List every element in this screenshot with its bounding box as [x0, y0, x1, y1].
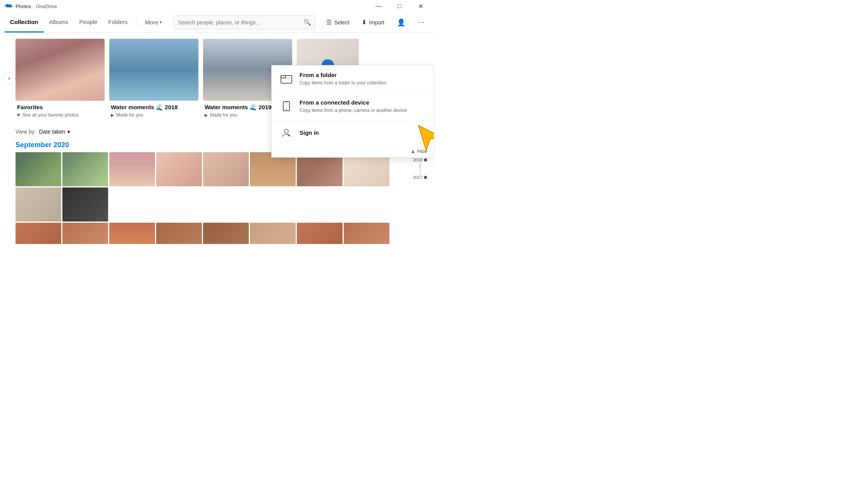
prev-button[interactable]: ‹	[3, 72, 16, 84]
album-water2018[interactable]: Water moments 🌊 2018 ▶ Made for you	[109, 39, 198, 119]
tab-folders[interactable]: Folders	[103, 12, 133, 33]
photo-item[interactable]	[16, 187, 61, 222]
search-icon: 🔍	[303, 19, 311, 26]
minimize-button[interactable]: —	[370, 0, 388, 12]
menu-item-from-folder[interactable]: From a folder Copy items from a folder t…	[272, 65, 434, 93]
tab-albums[interactable]: Albums	[44, 12, 74, 33]
app-title: Photos	[16, 3, 31, 9]
menu-item-folder-desc: Copy items from a folder to your collect…	[300, 80, 386, 86]
photo-item[interactable]	[156, 223, 202, 244]
svg-rect-0	[281, 76, 292, 83]
photo-item[interactable]	[16, 223, 61, 244]
heart-icon: ♥	[17, 112, 20, 118]
view-by-label: View by:	[16, 129, 36, 135]
svg-rect-1	[281, 76, 286, 78]
svg-rect-2	[282, 78, 290, 79]
tab-collection[interactable]: Collection	[5, 12, 44, 33]
more-options-button[interactable]: ···	[413, 16, 429, 29]
hide-option[interactable]: ▲ Hide	[272, 145, 434, 157]
photo-item[interactable]	[203, 152, 249, 186]
main-content: ‹ Favorites ♥ See all your favorite phot…	[0, 33, 434, 244]
search-bar[interactable]: 🔍	[174, 15, 315, 29]
folder-icon	[279, 72, 293, 86]
photo-item[interactable]	[250, 223, 296, 244]
album-title-water2018: Water moments 🌊 2018	[111, 104, 197, 111]
maximize-button[interactable]: □	[391, 0, 408, 12]
close-button[interactable]: ✕	[412, 0, 429, 12]
album-thumbnail-favorites	[16, 39, 105, 101]
nav-tabs: Collection Albums People Folders More ▾	[5, 12, 167, 33]
app-icon	[5, 3, 12, 9]
album-subtitle-water2018: ▶ Made for you	[111, 112, 197, 118]
svg-point-4	[286, 108, 287, 110]
import-dropdown-menu: From a folder Copy items from a folder t…	[271, 65, 434, 158]
titlebar: Photos OneDrive — □ ✕	[0, 0, 434, 12]
menu-item-folder-title: From a folder	[300, 72, 386, 78]
tab-people[interactable]: People	[74, 12, 103, 33]
photo-item[interactable]	[297, 223, 343, 244]
nav-actions: ☰ Select ⬇ Import 👤 ···	[322, 16, 429, 29]
menu-item-folder-text: From a folder Copy items from a folder t…	[300, 72, 386, 86]
svg-point-6	[284, 129, 288, 133]
import-button[interactable]: ⬇ Import	[357, 16, 389, 28]
menu-signin-title: Sign in	[300, 129, 319, 136]
timeline-dot-2018	[424, 158, 427, 162]
menu-item-device-desc: Copy items from a phone, camera or anoth…	[300, 107, 407, 114]
photo-grid-2020-row2	[16, 223, 418, 244]
photo-item[interactable]	[62, 187, 108, 222]
video-icon-2019: ▶	[205, 113, 208, 118]
album-info-water2018: Water moments 🌊 2018 ▶ Made for you	[109, 101, 198, 119]
photo-item[interactable]	[156, 152, 202, 186]
photo-item[interactable]	[109, 152, 155, 186]
view-by-select[interactable]: Date taken ▾	[39, 129, 71, 135]
menu-item-device-text: From a connected device Copy items from …	[300, 99, 407, 114]
photo-item[interactable]	[16, 152, 61, 186]
device-icon	[279, 99, 293, 113]
signin-icon	[279, 126, 293, 140]
album-thumbnail-water2018	[109, 39, 198, 101]
chevron-up-icon: ▲	[410, 148, 415, 154]
menu-item-device-title: From a connected device	[300, 99, 407, 106]
more-button[interactable]: More ▾	[140, 12, 167, 33]
ellipsis-icon: ···	[418, 18, 425, 26]
timeline-marker-2017: 2017	[413, 175, 427, 180]
album-info-favorites: Favorites ♥ See all your favorite photos	[16, 101, 105, 119]
photo-item[interactable]	[203, 223, 249, 244]
photo-item[interactable]	[344, 223, 389, 244]
menu-item-signin[interactable]: Sign in	[272, 120, 434, 145]
select-icon: ☰	[326, 19, 332, 26]
timeline-dot-2017	[424, 176, 427, 179]
photo-grid-2020	[16, 152, 418, 222]
video-icon-2018: ▶	[111, 113, 114, 118]
account-icon: 👤	[397, 18, 405, 27]
album-title-favorites: Favorites	[17, 104, 103, 110]
navbar: Collection Albums People Folders More ▾ …	[0, 12, 434, 33]
dropdown-chevron-icon: ▾	[67, 129, 70, 135]
import-icon: ⬇	[362, 19, 367, 26]
onedrive-label: OneDrive	[36, 3, 57, 9]
album-subtitle-favorites: ♥ See all your favorite photos	[17, 112, 103, 118]
photo-item[interactable]	[109, 223, 155, 244]
timeline-marker-2018: 2018	[413, 158, 427, 162]
nav-separator	[136, 18, 136, 27]
chevron-down-icon: ▾	[160, 20, 162, 25]
photo-item[interactable]	[62, 223, 108, 244]
svg-rect-5	[285, 103, 288, 103]
search-input[interactable]	[178, 19, 303, 26]
album-favorites[interactable]: Favorites ♥ See all your favorite photos	[16, 39, 105, 119]
photo-item[interactable]	[62, 152, 108, 186]
select-button[interactable]: ☰ Select	[322, 16, 354, 28]
account-button[interactable]: 👤	[392, 16, 410, 29]
menu-item-from-device[interactable]: From a connected device Copy items from …	[272, 93, 434, 120]
